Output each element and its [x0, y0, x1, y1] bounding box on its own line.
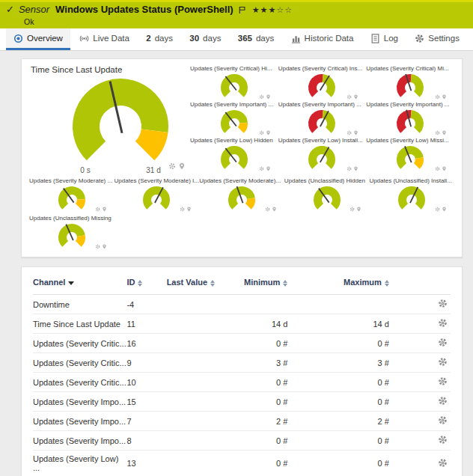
- gauge-settings-icon[interactable]: [350, 207, 355, 212]
- gauge-pin-icon[interactable]: [266, 130, 271, 135]
- column-header[interactable]: Last Value: [167, 276, 221, 295]
- gauge-settings-icon[interactable]: [259, 94, 264, 100]
- channel-name-link[interactable]: Updates (Severity Impo...: [33, 436, 126, 445]
- gauge-settings-icon[interactable]: [259, 166, 264, 171]
- gauge-settings-icon[interactable]: [95, 244, 100, 249]
- column-header[interactable]: ID: [126, 276, 166, 295]
- channel-gauge[interactable]: Updates (Severity Important) ...: [366, 101, 454, 137]
- tab-settings[interactable]: Settings: [407, 28, 467, 50]
- gauge-pin-icon[interactable]: [102, 207, 107, 212]
- channel-name-link[interactable]: Updates (Severity Critic...: [33, 358, 126, 367]
- gauge-settings-icon[interactable]: [435, 166, 440, 171]
- channel-gauge[interactable]: Updates (Severity Moderate) I...: [115, 177, 200, 213]
- channel-minimum: 0 #: [221, 373, 322, 392]
- gauge-settings-icon[interactable]: [168, 162, 176, 170]
- gauge-pin-icon[interactable]: [272, 207, 277, 212]
- tab-live-data[interactable]: Live Data: [72, 28, 137, 50]
- channel-gauge[interactable]: Updates (Unclassified) Missing: [29, 215, 115, 251]
- tab-historic-data[interactable]: Historic Data: [284, 28, 361, 50]
- channel-gauge[interactable]: Updates (Unclassified) Install...: [369, 177, 454, 213]
- channel-gauge[interactable]: Updates (Severity Critical) Ins...: [278, 65, 367, 101]
- gauge-pin-icon[interactable]: [442, 207, 447, 212]
- channel-settings-icon[interactable]: [438, 415, 448, 425]
- channel-settings-icon[interactable]: [438, 299, 448, 308]
- flag-icon[interactable]: [238, 6, 246, 14]
- gauge-pin-icon[interactable]: [353, 166, 358, 171]
- channel-gauge[interactable]: Updates (Severity Critical) Hi...: [190, 65, 278, 101]
- tab-2-days[interactable]: 2days: [138, 28, 180, 50]
- priority-stars[interactable]: ★★★☆☆: [252, 4, 293, 15]
- tab-overview[interactable]: Overview: [6, 28, 70, 50]
- gauge-pin-icon[interactable]: [102, 244, 107, 249]
- gauge-settings-icon[interactable]: [347, 94, 352, 100]
- main-gauge[interactable]: Time Since Last Update 0 s31 d: [29, 65, 190, 176]
- star-icon[interactable]: ★: [260, 5, 269, 14]
- channel-settings-icon[interactable]: [438, 357, 448, 367]
- star-icon[interactable]: ☆: [276, 5, 284, 14]
- channel-settings-icon[interactable]: [438, 338, 448, 347]
- sort-icon: [210, 280, 215, 287]
- sort-icon: [385, 280, 389, 287]
- channel-gauge[interactable]: Updates (Severity Moderate)...: [199, 177, 284, 213]
- channel-settings-icon[interactable]: [438, 376, 448, 386]
- gauge-pin-icon[interactable]: [353, 130, 358, 135]
- channel-minimum: 2 #: [221, 412, 322, 431]
- gauge-settings-icon[interactable]: [180, 207, 185, 212]
- channel-gauge[interactable]: Updates (Severity Critical) Mi...: [366, 65, 454, 101]
- channel-name-link[interactable]: Updates (Severity Impo...: [33, 397, 126, 406]
- channel-last-value: [167, 392, 221, 412]
- tab-365-days[interactable]: 365days: [231, 28, 281, 50]
- gauge-pin-icon[interactable]: [442, 130, 447, 135]
- tab-30-days[interactable]: 30days: [182, 28, 228, 50]
- channel-gauge[interactable]: Updates (Unclassified) Hidden: [284, 177, 370, 213]
- gauge-pin-icon[interactable]: [442, 166, 447, 171]
- channel-name-link[interactable]: Updates (Severity Low) ...: [33, 454, 118, 472]
- channel-gauge[interactable]: Updates (Severity Low) Missi...: [366, 137, 454, 173]
- gauge-settings-icon[interactable]: [347, 130, 352, 135]
- sort-icon: [138, 280, 142, 287]
- channel-settings-icon[interactable]: [438, 435, 448, 445]
- channel-settings-icon[interactable]: [438, 396, 448, 406]
- channel-minimum: 0 #: [221, 431, 322, 451]
- channel-name-link[interactable]: Downtime: [33, 300, 70, 309]
- gauge-pin-icon[interactable]: [178, 162, 186, 170]
- gauge-pin-icon[interactable]: [356, 207, 361, 212]
- star-icon[interactable]: ☆: [284, 5, 293, 14]
- live-icon: [79, 34, 89, 43]
- star-icon[interactable]: ★: [252, 5, 260, 14]
- gauge-settings-icon[interactable]: [347, 166, 352, 171]
- channel-gauge[interactable]: Updates (Severity Important) ...: [190, 101, 278, 137]
- channel-gauge[interactable]: Updates (Severity Low) Hidden: [190, 137, 278, 173]
- channel-name-link[interactable]: Time Since Last Update: [33, 320, 120, 329]
- gauge-settings-icon[interactable]: [435, 207, 440, 212]
- channel-gauge[interactable]: Updates (Severity Important) ...: [278, 101, 367, 137]
- gauge-pin-icon[interactable]: [266, 94, 271, 100]
- gauge-settings-icon[interactable]: [259, 130, 264, 135]
- channel-row: Updates (Severity Impo...80 #0 #: [33, 431, 451, 451]
- column-header[interactable]: Minimum: [221, 276, 322, 295]
- channel-settings-icon[interactable]: [438, 458, 448, 468]
- page-title: Windows Updates Status (PowerShell): [55, 4, 234, 15]
- gauge-settings-icon[interactable]: [95, 207, 100, 212]
- gauge-pin-icon[interactable]: [353, 94, 358, 100]
- channel-name-link[interactable]: Updates (Severity Critic...: [33, 378, 126, 387]
- column-header[interactable]: Channel: [33, 276, 126, 295]
- gauge-settings-icon[interactable]: [265, 207, 270, 212]
- gauge-title: Updates (Severity Low) Missi...: [366, 137, 454, 144]
- gauge-settings-icon[interactable]: [435, 130, 440, 135]
- gauge-pin-icon[interactable]: [442, 94, 447, 100]
- channel-gauge[interactable]: Updates (Severity Low) Install...: [278, 137, 367, 173]
- channel-id: 7: [126, 412, 166, 431]
- gauge-pin-icon[interactable]: [186, 207, 192, 212]
- tab-log[interactable]: Log: [363, 28, 406, 50]
- channel-name-link[interactable]: Updates (Severity Impo...: [33, 417, 126, 426]
- gauge-title: Updates (Unclassified) Missing: [29, 215, 115, 222]
- column-header[interactable]: Maximum: [322, 276, 423, 295]
- channel-name-link[interactable]: Updates (Severity Critic...: [33, 339, 126, 348]
- gauge-settings-icon[interactable]: [435, 94, 440, 100]
- gauge-pin-icon[interactable]: [266, 166, 271, 171]
- star-icon[interactable]: ★: [268, 5, 276, 14]
- channel-row: Updates (Severity Critic...160 #0 #: [33, 334, 451, 353]
- channel-gauge[interactable]: Updates (Severity Moderate) ...: [29, 177, 115, 213]
- channel-settings-icon[interactable]: [438, 318, 448, 328]
